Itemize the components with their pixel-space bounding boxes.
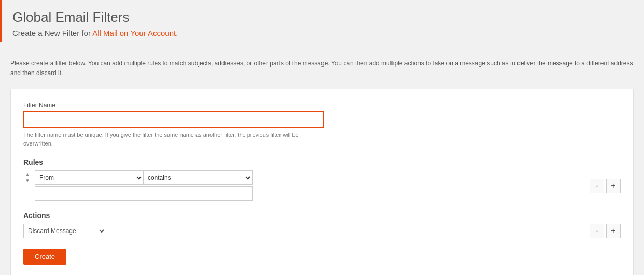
actions-section-title: Actions bbox=[23, 211, 621, 220]
action-plus-button[interactable]: + bbox=[606, 224, 621, 238]
rule-down-button[interactable]: ▼ bbox=[23, 178, 32, 184]
action-minus-button[interactable]: - bbox=[590, 224, 604, 238]
rules-section-title: Rules bbox=[23, 158, 621, 166]
action-select[interactable]: Discard Message Deliver to Folder Redire… bbox=[23, 224, 106, 238]
rules-left: ▲ ▼ From To Subject Body Any Header co bbox=[23, 170, 579, 201]
header-section: Global Email Filters Create a New Filter… bbox=[0, 0, 644, 42]
subtitle-suffix: . bbox=[176, 28, 178, 37]
rules-plus-minus: - + bbox=[579, 179, 621, 193]
page-wrapper: Global Email Filters Create a New Filter… bbox=[0, 0, 644, 275]
description-text: Please create a filter below. You can ad… bbox=[10, 60, 633, 77]
rule-value-input[interactable] bbox=[35, 186, 253, 201]
subtitle: Create a New Filter for All Mail on Your… bbox=[12, 28, 634, 37]
filter-name-hint: The filter name must be unique. If you g… bbox=[23, 131, 324, 148]
actions-left: Discard Message Deliver to Folder Redire… bbox=[23, 224, 579, 238]
actions-outer-row: Discard Message Deliver to Folder Redire… bbox=[23, 224, 621, 238]
filter-name-label: Filter Name bbox=[23, 102, 621, 109]
form-section: Filter Name The filter name must be uniq… bbox=[10, 89, 634, 275]
rules-fields: From To Subject Body Any Header contains… bbox=[35, 170, 253, 201]
rules-outer-row: ▲ ▼ From To Subject Body Any Header co bbox=[23, 170, 621, 201]
description: Please create a filter below. You can ad… bbox=[0, 53, 644, 83]
rule-field-select[interactable]: From To Subject Body Any Header bbox=[35, 170, 144, 185]
subtitle-highlight: All Mail on Your Account bbox=[92, 28, 176, 37]
filter-name-input[interactable] bbox=[23, 111, 324, 128]
rule-up-button[interactable]: ▲ bbox=[23, 171, 32, 178]
actions-plus-minus: - + bbox=[579, 224, 621, 238]
rule-minus-button[interactable]: - bbox=[590, 179, 604, 193]
rule-condition-select[interactable]: contains does not contain matches regex … bbox=[144, 170, 253, 185]
rule-plus-button[interactable]: + bbox=[606, 179, 621, 193]
actions-section: Actions Discard Message Deliver to Folde… bbox=[23, 211, 621, 238]
subtitle-prefix: Create a New Filter for bbox=[12, 28, 92, 37]
rules-arrow-controls: ▲ ▼ bbox=[23, 171, 32, 184]
create-button[interactable]: Create bbox=[23, 249, 66, 265]
rules-selects-row: From To Subject Body Any Header contains… bbox=[35, 170, 253, 185]
divider bbox=[0, 48, 644, 48]
page-title: Global Email Filters bbox=[12, 9, 634, 25]
